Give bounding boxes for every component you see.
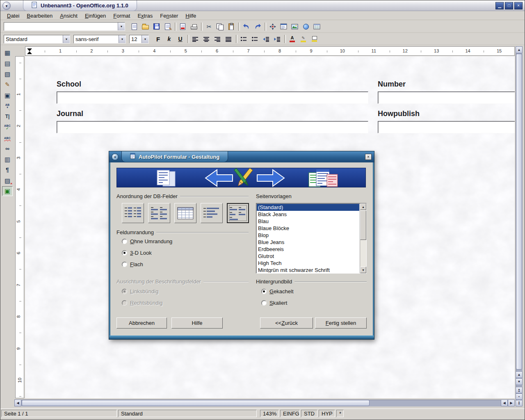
cut-icon[interactable]: ✂ [204, 22, 214, 32]
nonprinting-characters-icon[interactable]: ¶ [2, 165, 13, 175]
status-insert-mode[interactable]: EINFG [280, 410, 300, 417]
list-item[interactable]: (Standard) [257, 204, 359, 211]
url-dropdown-button[interactable]: ▼ [118, 23, 125, 30]
scroll-down-icon[interactable]: ▼ [516, 378, 523, 385]
scroll-left-icon[interactable]: ◀ [501, 399, 508, 406]
arrangement-columns-labels-left-button[interactable] [122, 203, 144, 223]
list-item[interactable]: Erdbeereis [257, 246, 359, 253]
status-page[interactable]: Seite 1 / 1 [1, 410, 117, 417]
menu-fenster[interactable]: Fenster [157, 12, 181, 20]
arrangement-blocks-labels-left-button[interactable] [201, 203, 223, 223]
menu-einfuegen[interactable]: Einfügen [82, 12, 109, 20]
direct-cursor-icon[interactable]: T| [2, 112, 13, 121]
radio-flat[interactable]: Flach [122, 261, 143, 267]
arrangement-blocks-labels-top-button[interactable] [227, 203, 249, 223]
scroll-left-icon[interactable]: ◀ [14, 399, 21, 406]
field-input-howpublish[interactable] [378, 121, 515, 133]
help-button[interactable]: Hilfe [171, 317, 223, 329]
window-menu-button[interactable]: ▾ [2, 2, 11, 10]
list-item[interactable]: Blaue Blöcke [257, 225, 359, 232]
minimize-button[interactable]: ▁ [495, 2, 504, 9]
list-item[interactable]: Glutrot [257, 253, 359, 260]
graphics-on-off-icon[interactable]: ▨× [2, 176, 13, 185]
finish-button[interactable]: Fertig stellen [315, 317, 367, 329]
menu-bearbeiten[interactable]: Bearbeiten [23, 12, 56, 20]
window-title-tab[interactable]: Unbenannt3 - OpenOffice.org 1.1.0 [23, 0, 137, 11]
cancel-button[interactable]: Abbrechen [116, 317, 167, 329]
hyperlink-icon[interactable] [301, 22, 311, 32]
insert-object-icon[interactable]: ▧ [2, 69, 13, 79]
arrangement-columns-labels-top-button[interactable] [148, 203, 170, 223]
align-center-icon[interactable] [201, 34, 212, 44]
redo-icon[interactable] [252, 22, 262, 32]
paragraph-background-icon[interactable] [309, 34, 320, 44]
menu-format[interactable]: Format [110, 12, 133, 20]
maximize-button[interactable]: □ [505, 2, 513, 9]
radio-tiled[interactable]: Gekachelt [261, 288, 294, 294]
data-sources-icon[interactable]: ▥ [2, 154, 13, 164]
status-zoom[interactable]: 143% [260, 410, 279, 417]
save-icon[interactable] [151, 22, 162, 32]
dialog-close-icon[interactable]: × [365, 154, 372, 160]
load-url-combo[interactable]: ▼ [4, 22, 125, 31]
menu-hilfe[interactable]: Hilfe [182, 12, 199, 20]
list-item[interactable]: High Tech [257, 260, 359, 267]
style-dropdown-button[interactable]: ▼ [63, 35, 70, 43]
decrease-indent-icon[interactable] [261, 34, 271, 44]
font-size-input[interactable] [130, 35, 142, 43]
bullet-list-icon[interactable] [250, 34, 260, 44]
horizontal-scrollbar[interactable]: ◀ ◀ ▶ [14, 399, 515, 406]
close-button[interactable]: × [514, 2, 523, 9]
font-name-input[interactable] [74, 35, 119, 43]
menu-ansicht[interactable]: Ansicht [57, 12, 81, 20]
menu-datei[interactable]: Datei [4, 12, 23, 20]
insert-fields-icon[interactable]: ▤ [2, 58, 13, 68]
undo-icon[interactable] [241, 22, 251, 32]
url-input[interactable] [4, 23, 118, 30]
underline-button[interactable]: U [175, 34, 185, 44]
edit-file-icon[interactable]: ✎ [162, 22, 173, 32]
vertical-scrollbar[interactable]: ▲ ▲ ▼ ▲▲ • ▼▼ [516, 46, 523, 406]
list-item[interactable]: Mintgrün mit schwarzer Schrift [257, 267, 359, 273]
scroll-up-icon[interactable]: ▲ [516, 371, 523, 378]
font-color-icon[interactable]: A [287, 34, 297, 44]
navigator-icon[interactable] [267, 22, 278, 32]
horizontal-scroll-thumb[interactable] [22, 400, 370, 406]
list-scroll-down-icon[interactable]: ▼ [360, 267, 366, 273]
open-icon[interactable] [140, 22, 151, 32]
highlighting-icon[interactable]: ✎ [298, 34, 308, 44]
export-pdf-icon[interactable] [178, 22, 188, 32]
paragraph-style-input[interactable] [4, 35, 63, 43]
back-button[interactable]: << Zurück [260, 317, 313, 329]
vertical-scroll-thumb[interactable] [516, 54, 522, 370]
status-selection-mode[interactable]: STD [301, 410, 317, 417]
data-sources-icon[interactable] [312, 22, 322, 32]
new-document-icon[interactable] [129, 22, 139, 32]
radio-no-border[interactable]: Ohne Umrandung [122, 238, 172, 244]
previous-page-icon[interactable]: ▲▲ [516, 387, 523, 393]
list-item[interactable]: Blop [257, 232, 359, 239]
find-and-replace-icon[interactable]: ∞ [2, 144, 13, 153]
tab-stop-selector[interactable] [27, 48, 32, 55]
scroll-up-icon[interactable]: ▲ [516, 46, 523, 53]
dialog-menu-button[interactable]: ▾ [112, 153, 119, 160]
spellcheck-icon[interactable]: ABC✓ [2, 122, 13, 132]
page-styles-listbox[interactable]: (Standard) Black Jeans Blau Blaue Blöcke… [256, 203, 367, 274]
menu-extras[interactable]: Extras [134, 12, 156, 20]
field-input-journal[interactable] [57, 121, 368, 133]
list-item[interactable]: Black Jeans [257, 211, 359, 218]
print-icon[interactable] [189, 22, 199, 32]
list-scroll-thumb[interactable] [360, 210, 366, 240]
show-draw-functions-icon[interactable]: ✎ [2, 80, 13, 89]
field-input-school[interactable] [57, 91, 368, 104]
align-right-icon[interactable] [212, 34, 223, 44]
paste-icon[interactable] [226, 22, 236, 32]
align-left-icon[interactable] [190, 34, 201, 44]
radio-3d-look[interactable]: 3-D Look [122, 250, 152, 256]
arrangement-as-datasheet-button[interactable] [174, 203, 196, 223]
list-item[interactable]: Blue Jeans [257, 239, 359, 246]
scroll-right-icon[interactable]: ▶ [508, 399, 515, 406]
online-layout-icon[interactable]: ▣ [2, 186, 13, 196]
form-functions-icon[interactable]: ▣ [2, 90, 13, 100]
font-name-combo[interactable]: ▼ [73, 35, 126, 43]
